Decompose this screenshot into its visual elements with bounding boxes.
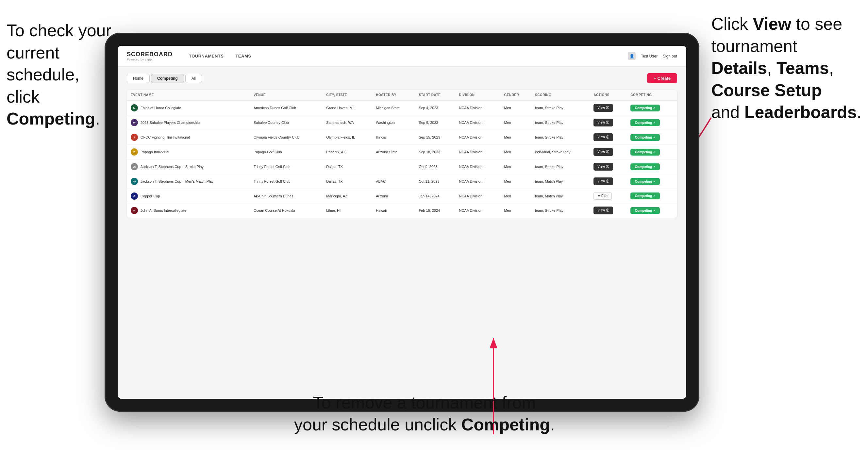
view-button[interactable]: View ⓘ [593,148,613,156]
cell-city: Maricopa, AZ [322,189,372,203]
event-name-text: Copper Cup [141,194,160,198]
cell-competing: Competing ✓ [626,203,677,218]
tr-view: View [753,14,792,33]
view-button[interactable]: View ⓘ [593,104,613,112]
col-hosted: HOSTED BY [372,90,415,100]
cell-division: NCAA Division I [455,174,500,189]
annotation-period: . [95,109,100,128]
brand-sub: Powered by clippi [127,58,173,61]
cell-division: NCAA Division I [455,130,500,145]
cell-venue: Papago Golf Club [250,145,322,159]
view-button[interactable]: View ⓘ [593,178,613,185]
event-name-text: Jackson T. Stephens Cup – Men's Match Pl… [141,179,213,183]
view-button[interactable]: View ⓘ [593,163,613,170]
competing-button[interactable]: Competing ✓ [630,134,660,141]
competing-button[interactable]: Competing ✓ [630,163,660,170]
competing-button[interactable]: Competing ✓ [630,119,660,126]
col-gender: GENDER [500,90,531,100]
bottom-line1: To remove a tournament from [313,393,536,412]
cell-division: NCAA Division I [455,203,500,218]
cell-start: Sep 9, 2023 [415,115,455,130]
cell-venue: Ocean Course At Hokuala [250,203,322,218]
view-button[interactable]: View ⓘ [593,119,613,126]
create-button[interactable]: + Create [647,73,677,83]
cell-division: NCAA Division I [455,115,500,130]
cell-city: Lihue, HI [322,203,372,218]
tr-tournament: tournament [711,37,797,56]
tr-details: Details [711,59,767,77]
cell-start: Oct 9, 2023 [415,159,455,174]
bottom-bold: Competing [461,415,550,434]
cell-division: NCAA Division I [455,145,500,159]
annotation-line3: click [6,87,39,106]
edit-button[interactable]: ✏ Edit [593,192,612,200]
nav-right: 👤 Test User Sign out [628,52,677,60]
event-name-text: Jackson T. Stephens Cup – Stroke Play [141,165,204,168]
nav-tournaments[interactable]: TOURNAMENTS [189,54,223,59]
cell-actions: View ⓘ [590,145,626,159]
cell-gender: Men [500,189,531,203]
table-row: H John A. Burns Intercollegiate Ocean Co… [127,203,677,218]
team-logo: A [131,192,138,200]
cell-scoring: team, Stroke Play [531,159,590,174]
cell-hosted: Washington [372,115,415,130]
cell-scoring: team, Match Play [531,174,590,189]
cell-scoring: team, Stroke Play [531,130,590,145]
table-row: M Folds of Honor Collegiate American Dun… [127,100,677,115]
cell-event-name: JS Jackson T. Stephens Cup – Stroke Play [127,159,250,174]
nav-teams[interactable]: TEAMS [235,54,251,59]
cell-scoring: team, Stroke Play [531,100,590,115]
cell-actions: View ⓘ [590,159,626,174]
cell-event-name: A Copper Cup [127,189,250,203]
brand: SCOREBOARD Powered by clippi [127,51,173,61]
cell-hosted [372,159,415,174]
cell-competing: Competing ✓ [626,174,677,189]
competing-button[interactable]: Competing ✓ [630,178,660,185]
table-row: A Copper Cup Ak-Chin Southern DunesMaric… [127,189,677,203]
table-row: P Papago Individual Papago Golf ClubPhoe… [127,145,677,159]
competing-button[interactable]: Competing ✓ [630,104,660,112]
table-header-row: EVENT NAME VENUE CITY, STATE HOSTED BY S… [127,90,677,100]
event-name-text: John A. Burns Intercollegiate [141,209,186,212]
cell-gender: Men [500,159,531,174]
cell-gender: Men [500,100,531,115]
competing-button[interactable]: Competing ✓ [630,149,660,156]
col-city: CITY, STATE [322,90,372,100]
tab-home[interactable]: Home [127,74,150,83]
cell-city: Olympia Fields, IL [322,130,372,145]
view-button[interactable]: View ⓘ [593,133,613,141]
view-button[interactable]: View ⓘ [593,207,613,214]
cell-competing: Competing ✓ [626,145,677,159]
tab-all[interactable]: All [185,74,202,83]
cell-city: Dallas, TX [322,159,372,174]
tr-teams: Teams [776,59,829,77]
cell-event-name: M Folds of Honor Collegiate [127,100,250,115]
event-name-text: Folds of Honor Collegiate [141,106,181,110]
user-icon: 👤 [628,52,636,60]
tr-comma2: , [829,59,834,77]
cell-venue: Trinity Forest Golf Club [250,159,322,174]
tab-competing[interactable]: Competing [151,74,184,83]
cell-competing: Competing ✓ [626,159,677,174]
cell-city: Grand Haven, MI [322,100,372,115]
navbar: SCOREBOARD Powered by clippi TOURNAMENTS… [118,46,686,67]
tablet-screen: SCOREBOARD Powered by clippi TOURNAMENTS… [118,46,686,399]
cell-gender: Men [500,203,531,218]
competing-button[interactable]: Competing ✓ [630,192,660,199]
col-actions: ACTIONS [590,90,626,100]
tr-leaderboards: Leaderboards [744,103,857,122]
cell-venue: Sahalee Country Club [250,115,322,130]
cell-gender: Men [500,145,531,159]
cell-city: Phoenix, AZ [322,145,372,159]
nav-signout[interactable]: Sign out [663,54,677,59]
cell-hosted: Arizona [372,189,415,203]
cell-venue: Trinity Forest Golf Club [250,174,322,189]
event-name-text: Papago Individual [141,150,169,154]
cell-actions: View ⓘ [590,100,626,115]
tablet: SCOREBOARD Powered by clippi TOURNAMENTS… [104,33,700,412]
cell-venue: Ak-Chin Southern Dunes [250,189,322,203]
cell-actions: View ⓘ [590,174,626,189]
cell-start: Sep 4, 2023 [415,100,455,115]
cell-competing: Competing ✓ [626,115,677,130]
competing-button[interactable]: Competing ✓ [630,207,660,214]
